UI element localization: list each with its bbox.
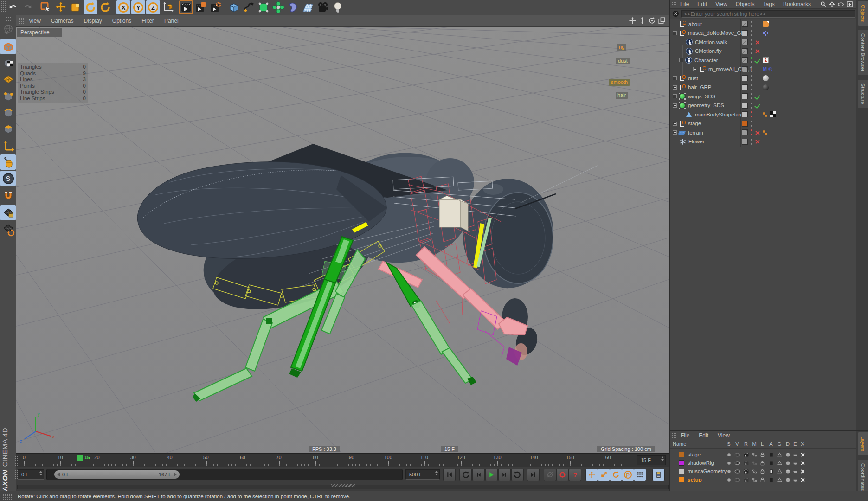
tab-coordinates[interactable]: Coordinates xyxy=(858,460,868,495)
timeline-playhead[interactable] xyxy=(77,455,83,461)
redo-button[interactable] xyxy=(21,0,35,14)
object-row-wings-sds[interactable]: wings_SDS xyxy=(670,92,856,101)
viewport-pan-icon[interactable] xyxy=(629,17,637,25)
viewport-menu-cameras[interactable]: Cameras xyxy=(51,18,74,24)
last-tool-button[interactable] xyxy=(98,0,112,14)
xref-icon[interactable] xyxy=(798,451,807,458)
om-menu-view[interactable]: View xyxy=(715,1,727,7)
render-view-button[interactable] xyxy=(179,0,193,14)
annotation-tag-icon[interactable] xyxy=(763,21,769,27)
clear-search-icon[interactable] xyxy=(672,10,679,17)
key-parameter-button[interactable]: P xyxy=(622,469,634,481)
om-menu-objects[interactable]: Objects xyxy=(736,1,755,7)
om-menu-grip[interactable] xyxy=(671,1,676,7)
om-add-panel-icon[interactable] xyxy=(846,1,853,8)
layer-chip[interactable] xyxy=(742,84,748,90)
current-frame-spinner[interactable]: 15 F xyxy=(637,455,666,465)
visibility-dots[interactable] xyxy=(750,39,753,45)
render-picture-viewer-button[interactable] xyxy=(194,0,208,14)
layer-chip[interactable] xyxy=(742,121,748,127)
workplane-mode-button[interactable] xyxy=(0,71,16,87)
record-keyframe-button[interactable] xyxy=(556,469,569,481)
manager-icon[interactable] xyxy=(750,459,759,467)
key-position-button[interactable] xyxy=(585,469,598,481)
add-subdivision-surface-button[interactable] xyxy=(257,0,270,14)
view-icon[interactable] xyxy=(733,468,741,475)
next-frame-button[interactable] xyxy=(498,469,511,481)
previous-key-button[interactable] xyxy=(459,469,472,481)
animation-icon[interactable] xyxy=(767,468,775,475)
solo-icon[interactable] xyxy=(725,451,733,458)
viewport-menu-view[interactable]: View xyxy=(29,18,41,24)
visibility-dots[interactable] xyxy=(750,111,753,117)
layer-chip[interactable] xyxy=(742,111,748,117)
xref-icon[interactable] xyxy=(798,459,807,467)
viewport-menu-display[interactable]: Display xyxy=(84,18,102,24)
search-input[interactable] xyxy=(681,10,855,18)
render-icon[interactable] xyxy=(742,451,750,458)
visibility-dots[interactable] xyxy=(750,84,753,90)
duration-spinner[interactable]: 500 F xyxy=(405,469,440,480)
character-tag-icon[interactable] xyxy=(763,57,769,63)
undo-button[interactable] xyxy=(6,0,20,14)
hud-label-smooth[interactable]: smooth xyxy=(609,79,630,86)
scroll-grip-stripes[interactable] xyxy=(331,484,355,487)
layer-chip[interactable] xyxy=(742,57,748,63)
manager-icon[interactable] xyxy=(750,476,759,483)
render-icon[interactable] xyxy=(742,476,750,483)
disabled-cross-icon[interactable] xyxy=(754,138,761,145)
visibility-dots[interactable] xyxy=(750,57,753,63)
xref-icon[interactable] xyxy=(798,476,807,483)
camera-label[interactable]: Perspective xyxy=(17,28,62,37)
hud-label-dust[interactable]: dust xyxy=(616,58,630,64)
animation-icon[interactable] xyxy=(767,459,775,467)
display-tag-icon[interactable] xyxy=(763,129,769,135)
om-menu-file[interactable]: File xyxy=(680,1,689,7)
tweak-mode-button[interactable] xyxy=(0,154,16,170)
move-tool-button[interactable] xyxy=(54,0,68,14)
lock-icon[interactable] xyxy=(758,468,766,475)
go-to-end-button[interactable] xyxy=(527,469,540,481)
lock-workplane-button[interactable] xyxy=(0,205,16,220)
object-row-flower[interactable]: Flower xyxy=(670,137,856,147)
timeline-ruler[interactable]: 0 10 20 30 40 50 60 70 80 90 100 110 120… xyxy=(16,453,669,467)
object-row-terrain[interactable]: terrain xyxy=(670,128,856,137)
layer-color-swatch[interactable] xyxy=(679,469,684,474)
layers-menu-file[interactable]: File xyxy=(681,432,689,439)
toolbar-grip[interactable] xyxy=(1,1,6,14)
visibility-dots[interactable] xyxy=(750,103,753,109)
texture-checker-tag-icon[interactable] xyxy=(770,111,776,117)
scale-tool-button[interactable] xyxy=(69,0,83,14)
object-row-character[interactable]: Character xyxy=(670,56,856,65)
model-mode-button[interactable] xyxy=(0,39,16,54)
collapse-expander[interactable] xyxy=(673,31,677,35)
manager-icon[interactable] xyxy=(750,468,759,475)
layer-row-stage[interactable]: stage xyxy=(670,450,856,459)
layer-chip[interactable] xyxy=(742,129,748,135)
expand-expander[interactable] xyxy=(673,122,677,126)
autokey-help-button[interactable]: ? xyxy=(569,469,581,481)
expand-expander[interactable] xyxy=(673,85,677,90)
texture-tag-icon[interactable] xyxy=(763,84,769,90)
disabled-cross-icon[interactable] xyxy=(754,39,761,45)
key-rotation-button[interactable] xyxy=(610,469,622,481)
visibility-dots[interactable] xyxy=(750,139,753,145)
tab-content-browser[interactable]: Content Browser xyxy=(858,30,868,75)
compositing-tag-icon[interactable] xyxy=(763,30,769,36)
add-camera-button[interactable] xyxy=(316,0,330,14)
preview-range-track[interactable]: 0 F 167 F xyxy=(46,469,403,480)
points-mode-button[interactable] xyxy=(0,89,16,104)
view-icon[interactable] xyxy=(733,451,741,458)
enabled-check-icon[interactable] xyxy=(754,93,761,100)
open-timeline-button[interactable] xyxy=(652,469,665,481)
layer-chip[interactable] xyxy=(742,48,748,54)
manager-icon[interactable] xyxy=(750,451,759,458)
object-row-mainbody-shapetarget[interactable]: mainBodyShapetarget_ xyxy=(670,110,856,119)
visibility-dots[interactable] xyxy=(750,121,753,127)
om-menu-bookmarks[interactable]: Bookmarks xyxy=(783,1,811,7)
view-icon[interactable] xyxy=(733,476,741,483)
enabled-check-icon[interactable] xyxy=(754,102,761,109)
solo-icon[interactable] xyxy=(725,476,733,483)
layer-row-muscageometry[interactable]: muscaGeometry xyxy=(670,467,856,475)
viewport-menu-options[interactable]: Options xyxy=(112,18,131,24)
